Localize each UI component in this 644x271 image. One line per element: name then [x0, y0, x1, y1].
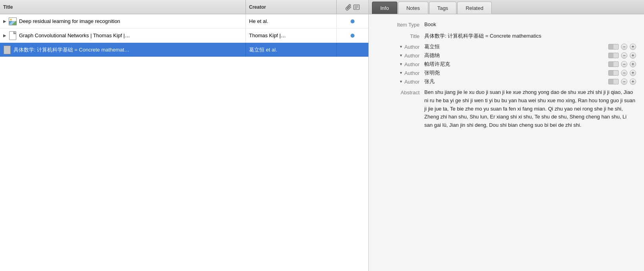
author-row: ▼ Author 帕塔许尼克 − + — [377, 61, 636, 68]
list-header: Title Creator — [0, 0, 368, 14]
author-label: Author — [404, 44, 420, 50]
info-content: Item Type Book Title 具体数学: 计算机科学基础 = Con… — [369, 14, 644, 271]
field-toggle[interactable] — [608, 61, 619, 67]
column-creator[interactable]: Creator — [246, 0, 337, 14]
author-name[interactable]: 张凡 — [424, 78, 605, 85]
unread-dot — [351, 19, 355, 23]
author-controls: − + — [608, 44, 636, 50]
item-type-row: Item Type Book — [377, 21, 636, 29]
info-panel: Info Notes Tags Related Item Type Book T… — [369, 0, 644, 271]
remove-author-button[interactable]: − — [621, 52, 627, 59]
tab-tags[interactable]: Tags — [429, 2, 456, 14]
add-author-button[interactable]: + — [630, 61, 636, 67]
expand-arrow[interactable]: ▶ — [3, 33, 6, 38]
attachment-icon — [345, 4, 352, 11]
remove-author-button[interactable]: − — [621, 78, 627, 85]
abstract-label: Abstract — [377, 88, 424, 130]
add-author-button[interactable]: + — [630, 44, 636, 50]
author-row: ▼ Author 张凡 − + — [377, 78, 636, 85]
author-row: ▼ Author 张明尧 − + — [377, 69, 636, 76]
table-row[interactable]: 具体数学: 计算机科学基础 = Concrete mathemat… 葛立恒 e… — [0, 43, 368, 57]
item-type-label: Item Type — [377, 21, 424, 29]
expand-arrow[interactable]: ▶ — [3, 19, 6, 23]
author-label: Author — [404, 79, 420, 85]
author-label: Author — [404, 70, 420, 76]
column-title[interactable]: Title — [0, 0, 246, 14]
abstract-text: Ben shu jiang jie le xu duo ji suan ji k… — [424, 88, 636, 130]
column-icons — [337, 0, 368, 14]
add-author-button[interactable]: + — [630, 78, 636, 85]
author-row: ▼ Author 葛立恒 − + — [377, 43, 636, 50]
author-controls: − + — [608, 70, 636, 76]
item-icon-document — [9, 31, 17, 40]
table-row[interactable]: ▶ Deep residual learning for image recog… — [0, 14, 368, 29]
library-panel: Title Creator ▶ — [0, 0, 369, 271]
abstract-row: Abstract Ben shu jiang jie le xu duo ji … — [377, 88, 636, 130]
tab-notes[interactable]: Notes — [398, 2, 428, 14]
field-toggle[interactable] — [608, 53, 619, 58]
author-chevron-icon[interactable]: ▼ — [399, 62, 403, 66]
author-name[interactable]: 张明尧 — [424, 69, 605, 76]
read-icon — [353, 4, 360, 10]
library-list: ▶ Deep residual learning for image recog… — [0, 14, 368, 271]
table-row[interactable]: ▶ Graph Convolutional Networks | Thomas … — [0, 29, 368, 43]
title-value[interactable]: 具体数学: 计算机科学基础 = Concrete mathematics — [424, 32, 636, 40]
remove-author-button[interactable]: − — [621, 44, 627, 50]
author-name[interactable]: 葛立恒 — [424, 43, 605, 50]
item-creator: He et al. — [246, 14, 337, 28]
item-creator: 葛立恒 et al. — [246, 43, 337, 57]
remove-author-button[interactable]: − — [621, 70, 627, 76]
item-icon-paper — [9, 17, 17, 26]
item-title: 具体数学: 计算机科学基础 = Concrete mathemat… — [13, 46, 129, 53]
read-status — [337, 14, 368, 28]
tab-info[interactable]: Info — [372, 2, 397, 14]
unread-dot — [351, 34, 355, 38]
author-chevron-icon[interactable]: ▼ — [399, 45, 403, 49]
read-status — [337, 43, 368, 57]
item-creator: Thomas Kipf |… — [246, 29, 337, 42]
title-label: Title — [377, 32, 424, 40]
author-name[interactable]: 高德纳 — [424, 52, 605, 59]
add-author-button[interactable]: + — [630, 70, 636, 76]
author-label: Author — [404, 61, 420, 67]
item-title: Graph Convolutional Networks | Thomas Ki… — [19, 32, 130, 38]
author-row: ▼ Author 高德纳 − + — [377, 52, 636, 59]
author-chevron-icon[interactable]: ▼ — [399, 80, 403, 84]
title-row: Title 具体数学: 计算机科学基础 = Concrete mathemati… — [377, 32, 636, 40]
author-controls: − + — [608, 52, 636, 59]
author-label: Author — [404, 53, 420, 59]
authors-container: ▼ Author 葛立恒 − + ▼ Author 高德纳 − + — [377, 43, 636, 85]
author-name[interactable]: 帕塔许尼克 — [424, 61, 605, 68]
item-type-value: Book — [424, 21, 636, 29]
item-icon-book — [3, 45, 11, 55]
field-toggle[interactable] — [608, 79, 619, 84]
read-status — [337, 29, 368, 42]
author-controls: − + — [608, 78, 636, 85]
item-title: Deep residual learning for image recogni… — [19, 18, 120, 24]
tabs-bar: Info Notes Tags Related — [369, 0, 644, 14]
author-chevron-icon[interactable]: ▼ — [399, 53, 403, 57]
field-toggle[interactable] — [608, 70, 619, 76]
field-toggle[interactable] — [608, 44, 619, 50]
remove-author-button[interactable]: − — [621, 61, 627, 67]
author-chevron-icon[interactable]: ▼ — [399, 71, 403, 75]
author-controls: − + — [608, 61, 636, 67]
tab-related[interactable]: Related — [457, 2, 492, 14]
add-author-button[interactable]: + — [630, 52, 636, 59]
